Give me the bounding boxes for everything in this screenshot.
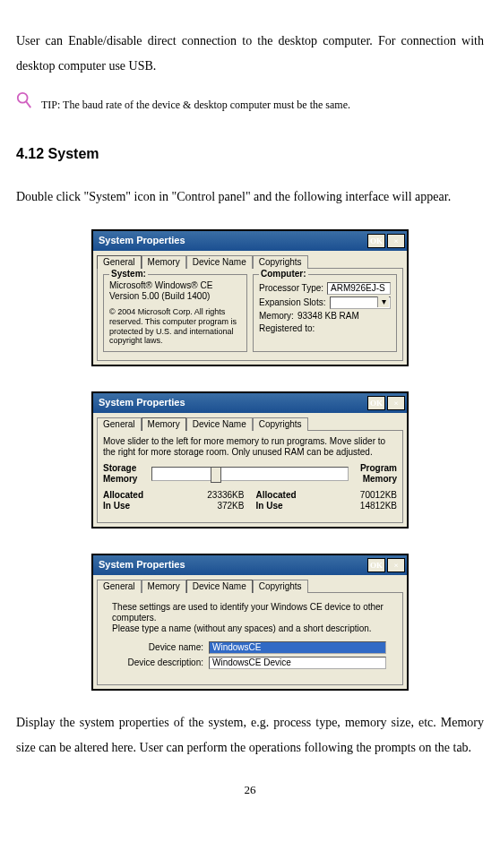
tab-device-name[interactable]: Device Name xyxy=(186,417,253,431)
memory-slider[interactable] xyxy=(151,467,349,481)
expansion-slots-label: Expansion Slots: xyxy=(259,297,326,308)
ok-button[interactable]: OK xyxy=(367,558,385,572)
tab-memory[interactable]: Memory xyxy=(142,417,186,431)
tip-text: TIP: The baud rate of the device & deskt… xyxy=(41,94,350,116)
system-fieldset: System: Microsoft® Windows® CE Version 5… xyxy=(103,274,247,352)
device-description-field[interactable]: WindowsCE Device xyxy=(209,657,386,669)
section-heading: 4.12 System xyxy=(16,140,484,168)
titlebar: System Properties OK × xyxy=(93,231,407,251)
system-properties-dialog-device-name: System Properties OK × General Memory De… xyxy=(91,554,409,691)
program-memory-label: Program Memory xyxy=(352,463,397,485)
intro-paragraph: User can Enable/disable direct connectio… xyxy=(16,29,484,79)
section-intro: Double click "System" icon in "Control p… xyxy=(16,185,484,210)
svg-line-1 xyxy=(26,101,30,107)
titlebar: System Properties OK × xyxy=(93,393,407,413)
allocated-label-right: Allocated xyxy=(256,490,297,501)
tab-device-name[interactable]: Device Name xyxy=(186,580,253,593)
tab-memory[interactable]: Memory xyxy=(142,580,186,593)
device-name-label: Device name: xyxy=(114,642,203,653)
tab-general[interactable]: General xyxy=(97,580,142,593)
tab-device-name[interactable]: Device Name xyxy=(186,255,253,269)
tab-copyrights[interactable]: Copyrights xyxy=(253,255,308,269)
ok-button[interactable]: OK xyxy=(367,396,385,410)
registered-to-label: Registered to: xyxy=(259,323,315,334)
system-properties-dialog-memory: System Properties OK × General Memory De… xyxy=(91,391,409,529)
expansion-slots-select[interactable] xyxy=(330,296,392,309)
processor-type-field[interactable]: ARM926EJ-S xyxy=(327,282,391,295)
inuse-value-right: 14812KB xyxy=(360,501,397,511)
closing-paragraph: Display the system properties of the sys… xyxy=(16,710,484,761)
allocated-value-left: 23336KB xyxy=(207,490,244,501)
computer-fieldset: Computer: Processor Type: ARM926EJ-S Exp… xyxy=(253,274,397,352)
system-properties-dialog-general: System Properties OK × General Memory De… xyxy=(91,229,409,366)
tab-general[interactable]: General xyxy=(97,417,142,431)
slider-thumb[interactable] xyxy=(211,467,221,483)
device-description-label: Device description: xyxy=(114,657,203,668)
allocated-label-left: Allocated xyxy=(103,490,143,501)
allocated-value-right: 70012KB xyxy=(360,490,397,501)
memory-label: Memory: xyxy=(259,311,294,322)
dialog-title: System Properties xyxy=(99,397,185,408)
close-button[interactable]: × xyxy=(387,396,405,410)
tip-row: TIP: The baud rate of the device & deskt… xyxy=(16,91,484,118)
computer-legend: Computer: xyxy=(259,269,308,279)
device-name-field[interactable]: WindowsCE xyxy=(209,641,386,654)
dialog-title: System Properties xyxy=(99,559,185,571)
tab-strip: General Memory Device Name Copyrights xyxy=(93,575,407,592)
close-button[interactable]: × xyxy=(387,234,405,248)
copyright-text: © 2004 Microsoft Corp. All rights reserv… xyxy=(109,307,241,346)
system-legend: System: xyxy=(109,269,148,279)
tab-copyrights[interactable]: Copyrights xyxy=(253,580,308,593)
os-line1: Microsoft® Windows® CE xyxy=(109,280,241,291)
tab-general[interactable]: General xyxy=(97,255,142,269)
device-name-instructions: These settings are used to identify your… xyxy=(112,602,388,634)
inuse-label-right: In Use xyxy=(256,501,283,511)
tip-icon xyxy=(16,91,32,118)
page-number: 26 xyxy=(16,778,484,802)
storage-memory-label: Storage Memory xyxy=(103,463,148,485)
ok-button[interactable]: OK xyxy=(367,234,385,248)
inuse-value-left: 372KB xyxy=(217,501,244,511)
inuse-label-left: In Use xyxy=(103,501,130,511)
tab-strip: General Memory Device Name Copyrights xyxy=(93,413,407,430)
tab-strip: General Memory Device Name Copyrights xyxy=(93,251,407,268)
dialog-title: System Properties xyxy=(99,235,185,246)
titlebar: System Properties OK × xyxy=(93,555,407,575)
processor-type-label: Processor Type: xyxy=(259,283,323,294)
tab-copyrights[interactable]: Copyrights xyxy=(253,417,308,431)
memory-value: 93348 KB RAM xyxy=(297,311,359,322)
tab-memory[interactable]: Memory xyxy=(142,255,186,269)
memory-instructions: Move slider to the left for more memory … xyxy=(103,436,397,458)
close-button[interactable]: × xyxy=(387,558,405,572)
os-line2: Version 5.00 (Build 1400) xyxy=(109,291,241,302)
